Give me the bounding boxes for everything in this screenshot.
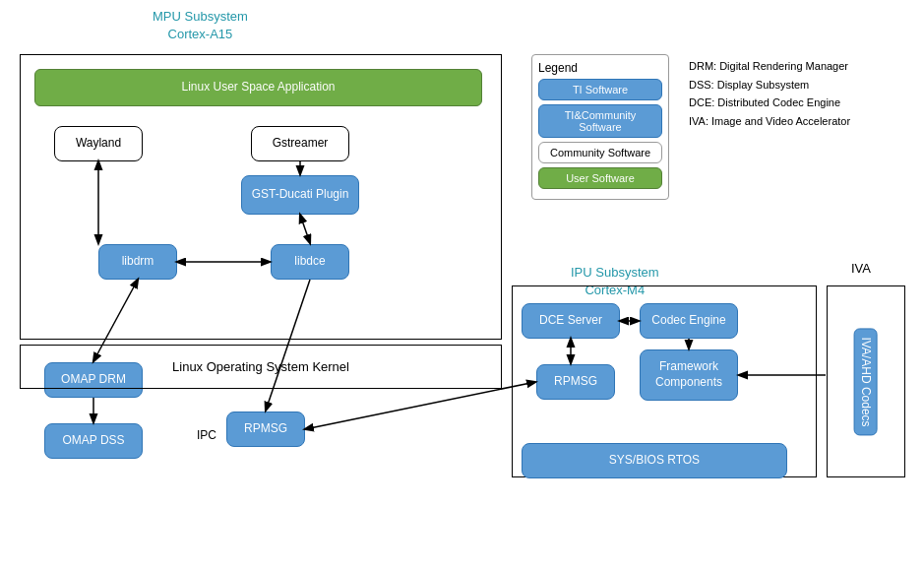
legend-community: Community Software xyxy=(538,142,662,163)
abbrev-dce: DCE: Distributed Codec Engine xyxy=(689,94,850,112)
abbrev-iva: IVA: Image and Video Accelerator xyxy=(689,112,850,131)
gstreamer-box: Gstreamer xyxy=(251,126,349,161)
dce-server-box: DCE Server xyxy=(522,303,620,339)
linux-user-space-box: Linux User Space Application xyxy=(34,69,482,106)
wayland-box: Wayland xyxy=(54,126,143,161)
abbrev-drm: DRM: Digital Rendering Manager xyxy=(689,57,850,76)
iva-codecs-container: IVA/AHD Codecs xyxy=(827,285,905,477)
rpmsg-right-box: RPMSG xyxy=(536,364,615,400)
sysbios-box: SYS/BIOS RTOS xyxy=(522,443,787,478)
framework-components-box: Framework Components xyxy=(640,349,738,401)
mpu-title: MPU Subsystem Cortex-A15 xyxy=(153,8,248,43)
gst-ducati-box: GST-Ducati Plugin xyxy=(241,175,359,215)
linux-kernel-box: Linux Operating System Kernel xyxy=(20,345,502,389)
iva-title: IVA xyxy=(851,261,871,276)
legend-ti: TI Software xyxy=(538,79,662,100)
libdce-box: libdce xyxy=(271,244,349,280)
svg-line-7 xyxy=(305,382,535,429)
omap-dss-box: OMAP DSS xyxy=(44,423,143,459)
rpmsg-left-box: RPMSG xyxy=(226,412,305,447)
legend-title: Legend xyxy=(538,61,662,75)
abbreviations: DRM: Digital Rendering Manager DSS: Disp… xyxy=(689,57,850,131)
diagram-container: MPU Subsystem Cortex-A15 Linux User Spac… xyxy=(0,0,924,570)
legend-user: User Software xyxy=(538,167,662,189)
legend-box: Legend TI Software TI&Community Software… xyxy=(531,54,669,200)
iva-codecs-box: IVA/AHD Codecs xyxy=(854,328,878,435)
legend-ti-community: TI&Community Software xyxy=(538,104,662,138)
abbrev-dss: DSS: Display Subsystem xyxy=(689,76,850,95)
ipc-label: IPC xyxy=(197,428,216,442)
codec-engine-box: Codec Engine xyxy=(640,303,738,339)
libdrm-box: libdrm xyxy=(98,244,177,280)
